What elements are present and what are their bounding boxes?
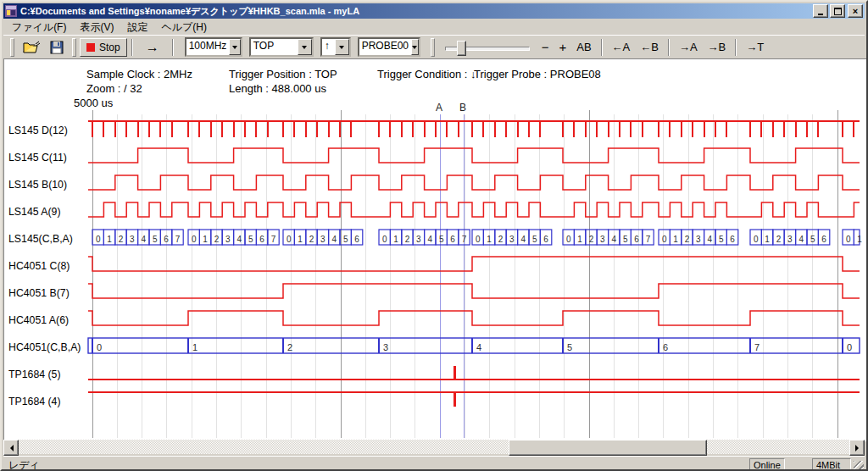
bus-value-digit: 6: [663, 342, 668, 352]
bus-value-digit: 5: [567, 342, 572, 352]
bus-value-digit: 0: [847, 342, 852, 352]
waveform-bit-trace: [88, 175, 860, 190]
slider-thumb[interactable]: [457, 41, 466, 56]
bus-value-digit: 6: [821, 235, 826, 244]
bus-value-digit: 5: [153, 235, 158, 244]
waveform-plot[interactable]: ABLS145 D(12)LS145 C(11)LS145 B(10)LS145…: [2, 58, 868, 440]
run-button[interactable]: →: [137, 38, 168, 57]
bus-value-digit: 3: [225, 235, 231, 244]
scroll-left-button[interactable]: [3, 440, 19, 456]
bus-value-digit: 0: [382, 235, 387, 244]
bus-value-digit: 4: [476, 342, 481, 352]
goto-cursor-b-left-button[interactable]: ←B: [635, 38, 664, 57]
menu-item[interactable]: 表示(V): [73, 19, 120, 36]
signal-label: TP1684 (4): [8, 396, 61, 407]
cursor-label-A: A: [436, 102, 442, 114]
title-bar[interactable]: C:¥Documents and Settings¥noname¥デスクトップ¥…: [3, 3, 865, 19]
goto-trigger-button[interactable]: →T: [741, 38, 769, 57]
bus-value-digit: 6: [259, 235, 264, 244]
bus-value-digit: 1: [487, 235, 492, 244]
bus-value-digit: 3: [600, 235, 605, 244]
bus-value-digit: 3: [416, 235, 421, 244]
app-icon: [5, 5, 17, 17]
goto-cursor-a-left-button[interactable]: ←A: [607, 38, 636, 57]
bus-value-digit: 0: [566, 235, 571, 244]
menu-item[interactable]: ヘルプ(H): [154, 19, 214, 36]
bus-value-digit: 0: [662, 235, 667, 244]
bus-value-digit: 4: [428, 235, 433, 244]
bus-value-digit: 5: [623, 235, 628, 244]
bus-value-digit: 4: [521, 235, 526, 244]
waveform-bit-trace: [88, 257, 860, 271]
floppy-icon: [50, 41, 64, 54]
combo-dropdown-button[interactable]: [229, 39, 240, 55]
minimize-icon: [818, 14, 823, 15]
stop-button[interactable]: Stop: [80, 38, 127, 57]
bus-value-digit: 2: [309, 235, 314, 244]
bus-value-digit: 1: [765, 235, 770, 244]
bus-rail: [88, 338, 860, 353]
ab-button[interactable]: AB: [571, 38, 596, 57]
toolbar-separator: [735, 39, 737, 56]
zoom-in-button[interactable]: +: [554, 38, 571, 57]
bus-value-digit: 6: [543, 235, 548, 244]
stop-icon: [86, 43, 95, 52]
toolbar-combo[interactable]: TOP: [249, 37, 314, 57]
bus-value-digit: 3: [696, 235, 701, 244]
status-bar: レディ Online 4MBit: [3, 456, 865, 471]
bus-value-digit: 2: [214, 235, 220, 244]
bus-value-digit: 0: [287, 235, 292, 244]
minimize-button[interactable]: [813, 4, 828, 18]
bus-value-digit: 2: [685, 235, 690, 244]
bus-value-digit: 0: [192, 235, 197, 244]
toolbar-combo[interactable]: ↑: [320, 37, 351, 57]
waveform-bit-trace: [88, 311, 860, 325]
signal-label: HC4051 B(7): [8, 287, 70, 299]
close-button[interactable]: ×: [848, 4, 863, 18]
chevron-down-icon: [232, 46, 237, 52]
stop-label: Stop: [99, 42, 120, 53]
scroll-right-button[interactable]: [849, 440, 865, 456]
maximize-button[interactable]: [830, 4, 845, 18]
scroll-left-icon: [7, 445, 14, 452]
scrollbar-thumb[interactable]: [509, 440, 707, 456]
combo-dropdown-button[interactable]: [298, 39, 312, 55]
bus-value-digit: 3: [320, 235, 326, 244]
toolbar-grip[interactable]: [431, 38, 435, 57]
bus-value-digit: 4: [332, 235, 337, 244]
menu-item[interactable]: 設定: [120, 19, 154, 36]
signal-label: HC4051 C(8): [8, 260, 70, 272]
toolbar-combo[interactable]: 100MHz: [185, 37, 242, 57]
combo-dropdown-button[interactable]: [411, 39, 419, 55]
bus-value-digit: 5: [439, 235, 444, 244]
bus-value-digit: 1: [203, 235, 208, 244]
toolbar-grip[interactable]: [10, 38, 14, 57]
signal-label: TP1684 (5): [8, 368, 61, 380]
bus-value-digit: 0: [846, 235, 851, 244]
maximize-icon: [834, 8, 842, 15]
save-button[interactable]: [45, 38, 69, 57]
scroll-right-icon: [855, 445, 862, 452]
bus-value-digit: 7: [175, 235, 181, 244]
zoom-out-button[interactable]: −: [537, 38, 554, 57]
goto-cursor-b-right-button[interactable]: →B: [703, 38, 732, 57]
close-icon: ×: [853, 7, 858, 15]
horizontal-scrollbar[interactable]: [3, 440, 865, 454]
toolbar-separator: [172, 39, 174, 56]
goto-cursor-a-right-button[interactable]: →A: [674, 38, 703, 57]
bus-value-digit: 1: [107, 235, 112, 244]
bus-value-digit: 3: [787, 235, 793, 244]
combo-dropdown-button[interactable]: [335, 39, 349, 55]
signal-label: LS145 B(10): [8, 179, 67, 191]
toolbar-separator: [131, 39, 133, 56]
open-file-button[interactable]: [18, 38, 45, 57]
toolbar-combo[interactable]: PROBE00: [358, 37, 420, 57]
zoom-slider[interactable]: [445, 40, 530, 55]
waveform-bit-trace: [88, 284, 860, 298]
toolbar-grip[interactable]: [72, 38, 76, 57]
resize-grip[interactable]: [854, 461, 864, 471]
window-title: C:¥Documents and Settings¥noname¥デスクトップ¥…: [20, 5, 811, 18]
signal-label: HC4051 A(6): [8, 314, 69, 326]
menu-item[interactable]: ファイル(F): [5, 19, 73, 36]
bus-value-digit: 5: [343, 235, 348, 244]
